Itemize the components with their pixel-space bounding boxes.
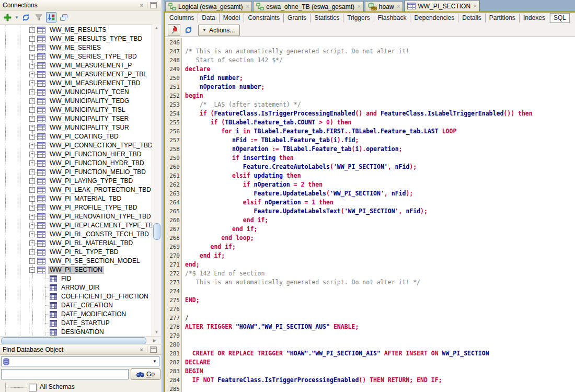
- scroll-right-icon[interactable]: ▶: [151, 337, 158, 344]
- scrollbar-thumb[interactable]: [1, 337, 146, 344]
- code-line[interactable]: nFid number;: [185, 74, 575, 83]
- tree-item-date_modification[interactable]: DATE_MODIFICATION: [0, 310, 152, 319]
- tree-item-ww_municipality_tcen[interactable]: +WW_MUNICIPALITY_TCEN: [0, 88, 152, 97]
- code-line[interactable]: END;: [185, 296, 575, 305]
- tree-item-ww_municipality_tedg[interactable]: +WW_MUNICIPALITY_TEDG: [0, 97, 152, 106]
- code-line[interactable]: This is an automatically generated scrip…: [185, 278, 575, 287]
- scroll-down-icon[interactable]: ▼: [152, 328, 161, 336]
- expand-toggle[interactable]: +: [29, 134, 35, 140]
- scroll-up-icon[interactable]: ▲: [152, 24, 161, 32]
- code-line[interactable]: DECLARE: [185, 358, 575, 367]
- code-line[interactable]: Start of section 142 $*/: [185, 56, 575, 65]
- tab-logical-eswa-gesamt-[interactable]: Logical (eswa_gesamt)×: [165, 1, 252, 11]
- subtab-model[interactable]: Model: [220, 14, 245, 22]
- expand-toggle[interactable]: +: [29, 196, 35, 202]
- tree-item-ww_pi_profile_type_tbd[interactable]: +WW_PI_PROFILE_TYPE_TBD: [0, 203, 152, 212]
- connections-close-icon[interactable]: ×: [137, 2, 146, 8]
- code-line[interactable]: [185, 38, 575, 47]
- tab-close-icon[interactable]: ×: [246, 4, 249, 9]
- code-line[interactable]: IF NOT FeatureClass.IsTriggerProcessingE…: [185, 376, 575, 385]
- go-button[interactable]: Go: [131, 368, 160, 380]
- subtab-indexes[interactable]: Indexes: [520, 14, 549, 22]
- expand-toggle[interactable]: +: [29, 27, 35, 33]
- code-line[interactable]: [185, 287, 575, 296]
- code-line[interactable]: if nOperation = 2 then: [185, 180, 575, 189]
- code-line[interactable]: end if;: [185, 243, 575, 251]
- expand-toggle[interactable]: +: [29, 249, 35, 255]
- expand-toggle[interactable]: +: [29, 98, 35, 104]
- tree-item-ww_me_series_type_tbd[interactable]: +WW_ME_SERIES_TYPE_TBD: [0, 52, 152, 61]
- sql-source-view[interactable]: 2462472482492502512522532542552562572582…: [165, 38, 575, 392]
- editor-refresh-button[interactable]: [183, 25, 193, 36]
- subtab-grants[interactable]: Grants: [284, 14, 310, 22]
- tree-item-ww_me_results[interactable]: +WW_ME_RESULTS: [0, 26, 152, 34]
- code-line[interactable]: end if;: [185, 216, 575, 225]
- tab-close-icon[interactable]: ×: [474, 3, 477, 9]
- tree-item-ww_pi_rl_constr_tech_tbd[interactable]: +WW_PI_RL_CONSTR_TECH_TBD: [0, 230, 152, 239]
- code-line[interactable]: end loop;: [185, 234, 575, 243]
- code-line[interactable]: begin: [185, 91, 575, 100]
- tree-item-ww_mi_measurement_p_tbl[interactable]: +WW_MI_MEASUREMENT_P_TBL: [0, 70, 152, 79]
- code-line[interactable]: nFid := TBLabel.Feature_tab(i).fid;: [185, 136, 575, 145]
- subtab-flashback[interactable]: Flashback: [374, 14, 411, 22]
- expand-toggle[interactable]: +: [29, 72, 35, 77]
- expand-toggle[interactable]: +: [29, 178, 35, 184]
- code-line[interactable]: elsif nOperation = 1 then: [185, 198, 575, 207]
- tree-item-arrow_dir[interactable]: ARROW_DIR: [0, 283, 152, 292]
- freeze-pin-button[interactable]: [168, 24, 180, 36]
- expand-toggle[interactable]: +: [29, 36, 35, 42]
- tree-item-ww_pi_rl_material_tbd[interactable]: +WW_PI_RL_MATERIAL_TBD: [0, 239, 152, 248]
- tree-item-coefficient_of_friction[interactable]: COEFFICIENT_OF_FRICTION: [0, 292, 152, 301]
- tree-item-ww_mi_measurement_tbd[interactable]: +WW_MI_MEASUREMENT_TBD: [0, 79, 152, 88]
- tree-item-ww_pi_rl_type_tbd[interactable]: +WW_PI_RL_TYPE_TBD: [0, 248, 152, 257]
- code-line[interactable]: nOperation := TBLabel.Feature_tab(i).ope…: [185, 145, 575, 154]
- sort-button[interactable]: [46, 12, 56, 22]
- tree-item-ww_mi_measurement_p[interactable]: +WW_MI_MEASUREMENT_P: [0, 61, 152, 70]
- subtab-columns[interactable]: Columns: [166, 14, 198, 22]
- tab-close-icon[interactable]: ×: [358, 4, 361, 9]
- tree-item-ww_pi_coating_tbd[interactable]: +WW_PI_COATING_TBD: [0, 132, 152, 141]
- tree-item-ww_pi_laying_type_tbd[interactable]: +WW_PI_LAYING_TYPE_TBD: [0, 177, 152, 186]
- find-panel-close-icon[interactable]: ×: [137, 347, 146, 353]
- expand-toggle[interactable]: +: [29, 240, 35, 246]
- code-line[interactable]: declare: [185, 65, 575, 74]
- tab-close-icon[interactable]: ×: [397, 4, 400, 9]
- tree-item-ww_pi_replacement_type_tbd[interactable]: +WW_PI_REPLACEMENT_TYPE_TBD: [0, 221, 152, 230]
- code-line[interactable]: Feature.UpdateLabels('WW_PI_SECTION', nF…: [185, 189, 575, 198]
- tree-item-ww_municipality_tsur[interactable]: +WW_MUNICIPALITY_TSUR: [0, 123, 152, 132]
- tree-item-fid[interactable]: FID: [0, 274, 152, 283]
- code-line[interactable]: [185, 340, 575, 349]
- expand-toggle[interactable]: +: [29, 205, 35, 211]
- code-line[interactable]: for i in TBLabel.Feature_tab.FIRST..TBLa…: [185, 127, 575, 136]
- expand-toggle[interactable]: +: [29, 223, 35, 228]
- code-line[interactable]: Feature.UpdateLabelsText('WW_PI_SECTION'…: [185, 207, 575, 216]
- add-connection-button[interactable]: [2, 12, 13, 22]
- tree-item-ww_pi_section[interactable]: −WW_PI_SECTION: [0, 266, 152, 274]
- tree-item-ww_municipality_tser[interactable]: +WW_MUNICIPALITY_TSER: [0, 114, 152, 123]
- expand-toggle[interactable]: +: [29, 107, 35, 113]
- code-line[interactable]: /*$ 142 End of section: [185, 269, 575, 278]
- expand-toggle[interactable]: +: [29, 160, 35, 166]
- code-line[interactable]: if (TBLabel.Feature_tab.COUNT > 0) then: [185, 118, 575, 127]
- expand-toggle[interactable]: +: [29, 125, 35, 131]
- connection-select[interactable]: ▼: [1, 356, 159, 366]
- code-line[interactable]: end if;: [185, 251, 575, 260]
- expand-toggle[interactable]: +: [29, 258, 35, 264]
- subtab-data[interactable]: Data: [198, 14, 219, 22]
- subtab-sql[interactable]: SQL: [550, 13, 570, 23]
- expand-toggle[interactable]: +: [29, 187, 35, 193]
- all-schemas-checkbox[interactable]: [29, 384, 37, 391]
- code-line[interactable]: BEGIN: [185, 367, 575, 376]
- expand-toggle[interactable]: +: [29, 169, 35, 175]
- code-line[interactable]: end if;: [185, 225, 575, 234]
- tree-vertical-scrollbar[interactable]: ▲ ▼: [152, 24, 161, 336]
- tab-eswa-ohne-tb-eswa-gesamt-[interactable]: eswa_ohne_TB (eswa_gesamt)×: [253, 1, 364, 11]
- expand-toggle[interactable]: +: [29, 232, 35, 237]
- expand-toggle[interactable]: −: [29, 267, 35, 273]
- tree-item-ww_pi_leak_protection_tbd[interactable]: +WW_PI_LEAK_PROTECTION_TBD: [0, 186, 152, 194]
- tab-ww-pi-section[interactable]: WW_PI_SECTION×: [404, 0, 480, 11]
- subtab-properties-salv-ext[interactable]: Properties Salv_Ext: [571, 14, 575, 22]
- tree-item-ww_municipality_tisl[interactable]: +WW_MUNICIPALITY_TISL: [0, 106, 152, 114]
- expand-toggle[interactable]: +: [29, 89, 35, 95]
- code-line[interactable]: elsif updating then: [185, 171, 575, 180]
